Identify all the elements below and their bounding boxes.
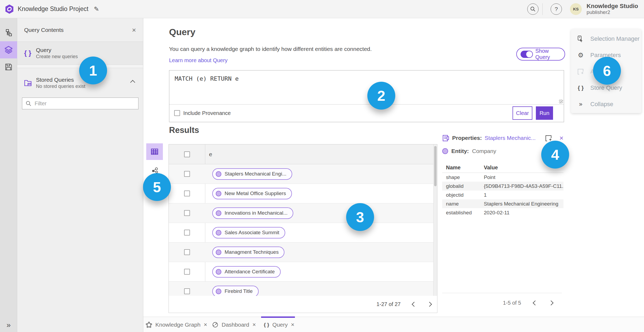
properties-pagination: 1-5 of 5: [442, 293, 562, 313]
next-page-icon[interactable]: [548, 300, 553, 305]
property-row[interactable]: name Staplers Mechanical Engineering: [442, 199, 564, 208]
pagination-range: 1-27 of 27: [376, 301, 401, 307]
tab-knowledge-graph[interactable]: Knowledge Graph ×: [146, 317, 207, 332]
row-checkbox[interactable]: [184, 269, 190, 275]
table-row[interactable]: New Metal Office Suppliers: [169, 184, 437, 203]
filter-field-wrap: [22, 98, 138, 109]
previous-page-icon[interactable]: [533, 300, 537, 305]
clear-button[interactable]: Clear: [513, 106, 532, 120]
collapse-section-button[interactable]: [129, 79, 136, 87]
query-editor-footer: Include Provenance Clear Run: [169, 104, 564, 122]
property-row[interactable]: established 2020-02-11: [442, 208, 564, 217]
close-properties-icon[interactable]: ×: [559, 135, 564, 141]
callout-number: 4: [551, 146, 559, 163]
table-row[interactable]: Managment Techniques: [169, 243, 437, 262]
property-row[interactable]: objectid 1: [442, 191, 564, 199]
add-to-map-button[interactable]: [545, 135, 552, 142]
table-row[interactable]: Attendance Certificate: [169, 262, 437, 282]
tab-label: Query: [272, 322, 288, 328]
sidebar-item-query[interactable]: { } Query Create new queries: [17, 42, 143, 65]
row-checkbox[interactable]: [184, 249, 190, 255]
callout-number: 1: [89, 62, 97, 79]
sidebar-item-save[interactable]: [0, 58, 17, 76]
main-content: Query You can query a knowledge graph to…: [143, 18, 644, 332]
property-name: objectid: [442, 192, 484, 198]
entity-pill[interactable]: Firebird Title: [212, 286, 259, 296]
value-column-header: Value: [484, 165, 498, 171]
learn-more-link[interactable]: Learn more about Query: [169, 57, 228, 64]
table-row[interactable]: Innovations in Mechanical...: [169, 203, 437, 223]
knowledge-studio-app: Knowledge Studio Project ✎ ? KS Knowledg…: [0, 0, 644, 332]
table-view-button[interactable]: [146, 143, 163, 160]
add-to-map-icon: [577, 68, 584, 75]
properties-entity-link[interactable]: Staplers Mechanic...: [485, 135, 536, 141]
entity-label: Innovations in Mechanical...: [225, 210, 287, 216]
help-button[interactable]: ?: [551, 3, 562, 15]
close-panel-icon[interactable]: ×: [132, 27, 136, 33]
tab-query[interactable]: { } Query ×: [264, 317, 294, 332]
row-checkbox[interactable]: [184, 191, 190, 196]
filter-input[interactable]: [22, 98, 138, 109]
menu-item-label: Store Query: [590, 84, 622, 91]
menu-item-label: Selection Manager: [590, 35, 639, 42]
query-contents-header: Query Contents ×: [17, 18, 143, 42]
column-header-e: e: [205, 151, 212, 158]
user-info[interactable]: Knowledge Studio publisher2: [587, 3, 638, 15]
braces-icon: { }: [24, 49, 36, 57]
next-page-icon[interactable]: [427, 302, 432, 307]
toggle-track: [521, 51, 533, 58]
entity-pill[interactable]: Staplers Mechanical Engi...: [212, 168, 292, 180]
select-all-checkbox[interactable]: [184, 151, 190, 157]
entity-pill[interactable]: Managment Techniques: [212, 247, 284, 258]
menu-item-selection-manager[interactable]: Selection Manager: [571, 31, 641, 47]
entity-pill[interactable]: New Metal Office Suppliers: [212, 188, 292, 199]
query-editor: MATCH (e) RETURN e Include Provenance Cl…: [169, 70, 564, 122]
item-sublabel: Create new queries: [36, 54, 78, 59]
row-checkbox[interactable]: [184, 230, 190, 236]
entity-dot-icon: [216, 210, 221, 216]
search-button[interactable]: [527, 3, 539, 15]
show-query-toggle[interactable]: Show Query: [516, 48, 565, 61]
page-title: Query: [169, 27, 195, 37]
close-tab-icon[interactable]: ×: [204, 322, 207, 328]
sidebar-item-contents[interactable]: [0, 41, 17, 58]
entity-dot-icon: [216, 230, 221, 236]
dashboard-icon: [212, 322, 218, 328]
entity-pill[interactable]: Sales Associate Summit: [212, 227, 285, 238]
previous-page-icon[interactable]: [412, 302, 416, 307]
expand-rail-button[interactable]: »: [0, 321, 17, 329]
item-label: Query: [36, 47, 78, 54]
table-row[interactable]: Sales Associate Summit: [169, 223, 437, 243]
properties-icon: [442, 135, 449, 142]
resize-handle[interactable]: [559, 99, 563, 103]
filter-search-icon: [26, 101, 31, 106]
include-provenance-checkbox[interactable]: [174, 110, 180, 116]
close-tab-icon[interactable]: ×: [291, 322, 294, 328]
scrollbar-thumb[interactable]: [434, 146, 437, 186]
entity-pill[interactable]: Attendance Certificate: [212, 266, 281, 278]
query-textarea[interactable]: MATCH (e) RETURN e: [169, 70, 564, 105]
question-icon: ?: [555, 6, 558, 12]
property-row[interactable]: globalid {5D9B4713-F98D-4A53-A59F-C11...: [442, 182, 564, 191]
row-checkbox[interactable]: [184, 171, 190, 177]
data-model-icon: [5, 29, 13, 37]
tab-dashboard[interactable]: Dashboard ×: [212, 317, 256, 332]
table-row[interactable]: Firebird Title: [169, 282, 437, 296]
row-checkbox[interactable]: [184, 288, 190, 294]
entity-label: Entity:: [451, 148, 469, 154]
sidebar-item-data-model[interactable]: [0, 24, 17, 41]
row-checkbox[interactable]: [184, 210, 190, 216]
results-pagination: 1-27 of 27: [169, 296, 437, 313]
property-value: {5D9B4713-F98D-4A53-A59F-C11...: [484, 183, 564, 189]
menu-item-collapse[interactable]: » Collapse: [571, 96, 641, 112]
close-tab-icon[interactable]: ×: [253, 322, 256, 328]
table-row[interactable]: Staplers Mechanical Engi...: [169, 164, 437, 184]
entity-pill[interactable]: Innovations in Mechanical...: [212, 207, 293, 219]
edit-title-icon[interactable]: ✎: [94, 5, 99, 13]
property-value: 2020-02-11: [484, 210, 510, 216]
results-scrollbar[interactable]: [433, 144, 437, 296]
left-icon-rail: »: [0, 18, 17, 332]
avatar[interactable]: KS: [570, 3, 582, 15]
property-row[interactable]: shape Point: [442, 173, 564, 182]
run-button[interactable]: Run: [536, 106, 553, 120]
